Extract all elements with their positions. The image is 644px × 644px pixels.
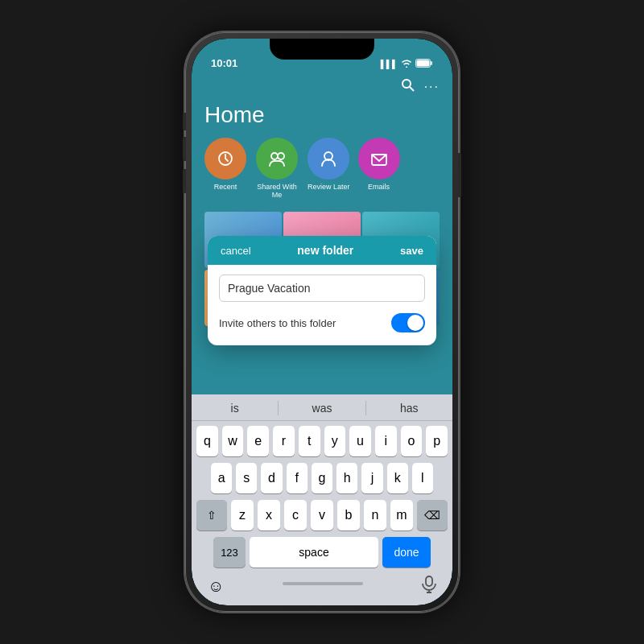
invite-row: Invite others to this folder	[219, 310, 425, 336]
phone-screen: 10:01 ▌▌▌	[192, 39, 452, 605]
dialog-overlay: cancel new folder save Invite others to …	[192, 39, 452, 605]
volume-down-button[interactable]	[183, 169, 186, 193]
folder-name-input[interactable]	[219, 275, 425, 302]
invite-toggle[interactable]	[391, 313, 425, 332]
save-button[interactable]: save	[400, 245, 423, 257]
dialog-header: cancel new folder save	[208, 236, 436, 265]
screen-content: 10:01 ▌▌▌	[192, 39, 452, 605]
invite-label: Invite others to this folder	[219, 317, 336, 329]
mute-button[interactable]	[183, 113, 186, 130]
new-folder-dialog: cancel new folder save Invite others to …	[208, 236, 436, 345]
dialog-body: Invite others to this folder	[208, 265, 436, 345]
phone-frame: 10:01 ▌▌▌	[185, 32, 459, 612]
cancel-button[interactable]: cancel	[221, 245, 251, 257]
dialog-title: new folder	[297, 244, 353, 257]
toggle-knob	[407, 315, 423, 331]
volume-up-button[interactable]	[183, 137, 186, 161]
notch	[270, 39, 374, 60]
power-button[interactable]	[458, 153, 461, 197]
